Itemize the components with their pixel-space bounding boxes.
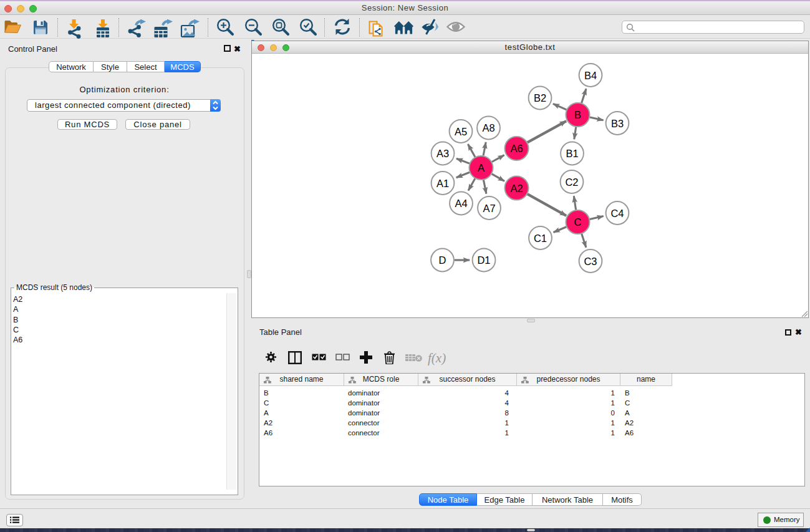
svg-text:C: C	[574, 216, 582, 228]
svg-text:A4: A4	[455, 198, 467, 209]
svg-text:B4: B4	[584, 70, 597, 81]
svg-text:B3: B3	[611, 118, 624, 129]
svg-text:B1: B1	[566, 148, 578, 159]
svg-text:C4: C4	[610, 208, 624, 219]
svg-text:D: D	[439, 254, 446, 266]
svg-text:A5: A5	[455, 126, 467, 137]
svg-text:D1: D1	[477, 254, 490, 266]
svg-text:A1: A1	[436, 178, 449, 189]
svg-text:C3: C3	[584, 256, 597, 267]
svg-text:A6: A6	[510, 143, 523, 154]
svg-text:A3: A3	[436, 148, 449, 159]
svg-text:A2: A2	[510, 183, 523, 194]
svg-text:C1: C1	[534, 233, 547, 244]
svg-text:A8: A8	[482, 122, 494, 133]
svg-text:A: A	[478, 162, 485, 173]
svg-text:C2: C2	[565, 177, 578, 188]
svg-text:B2: B2	[534, 92, 546, 104]
svg-text:A7: A7	[483, 203, 495, 214]
svg-text:B: B	[574, 109, 581, 120]
